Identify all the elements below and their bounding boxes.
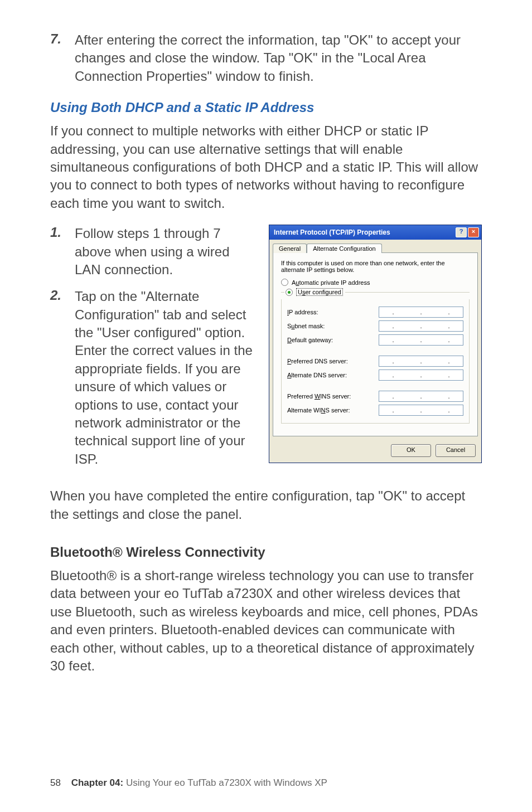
tab-alternate-configuration[interactable]: Alternate Configuration: [307, 244, 382, 253]
radio-automatic-label: Automatic private IP address: [292, 279, 370, 286]
step-number-7: 7.: [50, 31, 75, 85]
label-subnet-mask: Subnet mask:: [287, 323, 379, 329]
label-preferred-wins: Preferred WINS server:: [287, 393, 379, 400]
paragraph-completion: When you have completed the entire confi…: [50, 487, 482, 523]
input-subnet-mask[interactable]: ...: [379, 320, 463, 332]
input-ip-address[interactable]: ...: [379, 307, 463, 318]
ok-button[interactable]: OK: [391, 444, 431, 457]
input-preferred-wins[interactable]: ...: [379, 391, 463, 402]
help-button[interactable]: ?: [456, 227, 467, 237]
user-configured-group: IP address: ... Subnet mask: ... Default…: [281, 299, 470, 424]
cancel-button[interactable]: Cancel: [436, 444, 476, 457]
step-text-7: After entering the correct the informati…: [75, 31, 482, 85]
step-number-1: 1.: [50, 225, 75, 279]
label-ip-address: IP address:: [287, 309, 379, 315]
chapter-label: Chapter 04:: [71, 777, 124, 788]
input-alternate-wins[interactable]: ...: [379, 405, 463, 416]
dialog-titlebar[interactable]: Internet Protocol (TCP/IP) Properties ? …: [269, 225, 481, 240]
step-text-1: Follow steps 1 through 7 above when usin…: [75, 225, 255, 279]
label-preferred-dns: Preferred DNS server:: [287, 358, 379, 364]
tcpip-properties-dialog: Internet Protocol (TCP/IP) Properties ? …: [269, 225, 482, 463]
tab-general[interactable]: General: [273, 244, 307, 253]
input-alternate-dns[interactable]: ...: [379, 369, 463, 381]
paragraph-intro: If you connect to multiple networks with…: [50, 122, 482, 212]
label-default-gateway: Default gateway:: [287, 337, 379, 343]
radio-user-configured-label: User configured: [296, 288, 343, 296]
radio-automatic[interactable]: [281, 279, 288, 286]
step-number-2: 2.: [50, 288, 75, 468]
heading-bluetooth: Bluetooth® Wireless Connectivity: [50, 544, 482, 560]
label-alternate-wins: Alternate WINS server:: [287, 407, 379, 414]
input-preferred-dns[interactable]: ...: [379, 356, 463, 367]
tab-strip: General Alternate Configuration: [269, 240, 481, 252]
page-footer: 58 Chapter 04: Using Your eo TufTab a723…: [50, 777, 327, 789]
chapter-text: Using Your eo TufTab a7230X with Windows…: [123, 777, 327, 788]
dialog-description: If this computer is used on more than on…: [281, 260, 470, 273]
close-button[interactable]: ×: [468, 227, 479, 237]
paragraph-bluetooth: Bluetooth® is a short-range wireless tec…: [50, 567, 482, 675]
radio-user-configured[interactable]: [286, 289, 293, 296]
input-default-gateway[interactable]: ...: [379, 334, 463, 346]
step-text-2: Tap on the "Alternate Configuration" tab…: [75, 288, 255, 468]
tab-page: If this computer is used on more than on…: [273, 252, 478, 436]
dialog-title: Internet Protocol (TCP/IP) Properties: [274, 228, 390, 236]
page-number: 58: [50, 777, 61, 788]
heading-dhcp-static: Using Both DHCP and a Static IP Address: [50, 100, 482, 115]
label-alternate-dns: Alternate DNS server:: [287, 372, 379, 378]
